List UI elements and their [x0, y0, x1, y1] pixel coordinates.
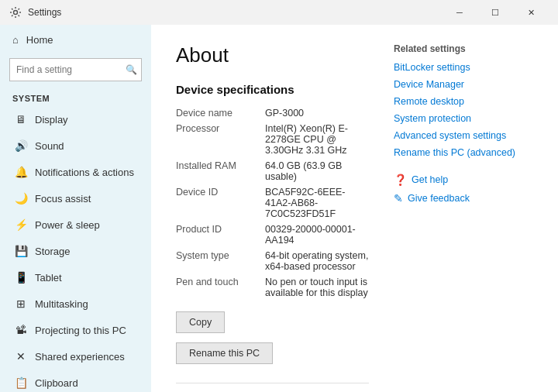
content-area: About Device specifications Device nameG… [151, 25, 558, 392]
titlebar-title: Settings [28, 7, 61, 18]
table-row: Device nameGP-3000 [176, 105, 369, 121]
spec-label: Device name [176, 105, 265, 121]
focus-icon: 🌙 [15, 192, 27, 205]
settings-icon [9, 6, 22, 19]
titlebar-controls: ─ ☐ ✕ [442, 0, 549, 25]
spec-value: Intel(R) Xeon(R) E-2278GE CPU @ 3.30GHz … [265, 121, 369, 158]
spec-value: BCA5F92C-6EEE-41A2-AB68-7C0C523FD51F [265, 184, 369, 222]
page-title: About [176, 43, 369, 67]
sidebar-item-multitasking[interactable]: ⊞ Multitasking [0, 291, 151, 317]
spec-label: Pen and touch [176, 274, 265, 301]
sidebar-section-title: System [0, 88, 151, 106]
table-row: Product ID00329-20000-00001-AA194 [176, 222, 369, 248]
sidebar-item-projecting[interactable]: 📽 Projecting to this PC [0, 317, 151, 343]
spec-value: GP-3000 [265, 105, 369, 121]
help-section: ❓Get help✎Give feedback [394, 174, 533, 205]
sidebar-label-display: Display [35, 114, 68, 126]
spec-value: 64.0 GB (63.9 GB usable) [265, 158, 369, 184]
sidebar-label-projecting: Projecting to this PC [35, 325, 126, 336]
tablet-icon: 📱 [15, 271, 27, 284]
home-icon: ⌂ [12, 34, 19, 46]
shared-icon: ✕ [15, 350, 27, 363]
related-settings-title: Related settings [394, 43, 533, 54]
titlebar-left: Settings [9, 6, 61, 19]
table-row: Pen and touchNo pen or touch input is av… [176, 274, 369, 301]
minimize-button[interactable]: ─ [442, 0, 477, 25]
related-links: BitLocker settingsDevice ManagerRemote d… [394, 62, 533, 158]
sidebar-label-focus: Focus assist [35, 193, 91, 205]
device-specs-table: Device nameGP-3000ProcessorIntel(R) Xeon… [176, 105, 369, 301]
content-main: About Device specifications Device nameG… [176, 43, 369, 373]
related-link[interactable]: Rename this PC (advanced) [394, 147, 533, 158]
titlebar: Settings ─ ☐ ✕ [0, 0, 558, 25]
display-icon: 🖥 [15, 113, 27, 126]
content-sidebar: Related settings BitLocker settingsDevic… [394, 43, 533, 373]
sidebar-label-storage: Storage [35, 246, 71, 257]
sidebar-item-shared[interactable]: ✕ Shared experiences [0, 343, 151, 370]
spec-label: Device ID [176, 184, 265, 222]
sidebar-label-clipboard: Clipboard [35, 377, 78, 389]
sidebar-search-container: 🔍 [9, 58, 142, 81]
sidebar-label-tablet: Tablet [35, 272, 62, 284]
related-link[interactable]: Remote desktop [394, 96, 533, 107]
help-icon: ❓ [394, 174, 407, 186]
related-link[interactable]: Advanced system settings [394, 130, 533, 141]
spec-value: No pen or touch input is available for t… [265, 274, 369, 301]
sidebar-label-notifications: Notifications & actions [35, 167, 134, 178]
sidebar-item-sound[interactable]: 🔊 Sound [0, 132, 151, 159]
help-icon: ✎ [394, 192, 403, 205]
sidebar: ⌂ Home 🔍 System 🖥 Display 🔊 Sound 🔔 Noti… [0, 25, 151, 392]
spec-label: Product ID [176, 222, 265, 248]
spec-label: System type [176, 248, 265, 274]
divider-1 [176, 383, 369, 383]
multitasking-icon: ⊞ [15, 297, 27, 310]
notifications-icon: 🔔 [15, 166, 27, 178]
spec-label: Installed RAM [176, 158, 265, 184]
maximize-button[interactable]: ☐ [477, 0, 513, 25]
sidebar-home-button[interactable]: ⌂ Home [0, 25, 151, 55]
search-icon: 🔍 [126, 64, 137, 75]
sidebar-item-focus[interactable]: 🌙 Focus assist [0, 185, 151, 211]
sidebar-home-label: Home [26, 34, 53, 46]
svg-point-0 [14, 11, 18, 15]
search-input[interactable] [9, 58, 142, 81]
related-link[interactable]: BitLocker settings [394, 62, 533, 73]
table-row: System type64-bit operating system, x64-… [176, 248, 369, 274]
sidebar-label-shared: Shared experiences [35, 351, 125, 363]
table-row: ProcessorIntel(R) Xeon(R) E-2278GE CPU @… [176, 121, 369, 158]
power-icon: ⚡ [15, 218, 27, 231]
projecting-icon: 📽 [15, 324, 27, 336]
app-body: ⌂ Home 🔍 System 🖥 Display 🔊 Sound 🔔 Noti… [0, 25, 558, 392]
help-item[interactable]: ✎Give feedback [394, 192, 533, 205]
help-item[interactable]: ❓Get help [394, 174, 533, 186]
spec-label: Processor [176, 121, 265, 158]
related-link[interactable]: Device Manager [394, 79, 533, 90]
related-link[interactable]: System protection [394, 113, 533, 124]
help-link[interactable]: Get help [412, 174, 448, 185]
sidebar-item-power[interactable]: ⚡ Power & sleep [0, 211, 151, 238]
sidebar-label-multitasking: Multitasking [35, 298, 88, 310]
rename-pc-button[interactable]: Rename this PC [176, 342, 273, 364]
spec-value: 64-bit operating system, x64-based proce… [265, 248, 369, 274]
help-link[interactable]: Give feedback [408, 193, 470, 204]
storage-icon: 💾 [15, 245, 27, 257]
close-button[interactable]: ✕ [513, 0, 549, 25]
spec-value: 00329-20000-00001-AA194 [265, 222, 369, 248]
sidebar-item-clipboard[interactable]: 📋 Clipboard [0, 370, 151, 392]
clipboard-icon: 📋 [15, 377, 27, 389]
sidebar-item-tablet[interactable]: 📱 Tablet [0, 264, 151, 291]
sidebar-item-display[interactable]: 🖥 Display [0, 106, 151, 132]
copy-button-device[interactable]: Copy [176, 311, 225, 333]
sidebar-item-notifications[interactable]: 🔔 Notifications & actions [0, 159, 151, 185]
sound-icon: 🔊 [15, 139, 27, 152]
sidebar-label-sound: Sound [35, 140, 64, 152]
sidebar-item-storage[interactable]: 💾 Storage [0, 238, 151, 264]
table-row: Device IDBCA5F92C-6EEE-41A2-AB68-7C0C523… [176, 184, 369, 222]
table-row: Installed RAM64.0 GB (63.9 GB usable) [176, 158, 369, 184]
sidebar-label-power: Power & sleep [35, 219, 100, 231]
device-specs-title: Device specifications [176, 83, 369, 96]
